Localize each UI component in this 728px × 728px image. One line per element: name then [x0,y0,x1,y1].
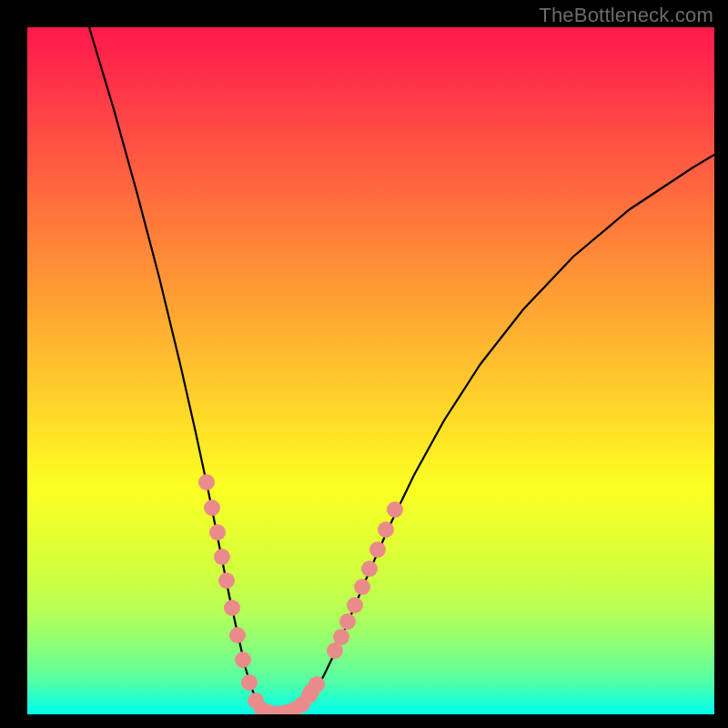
data-point [214,549,230,565]
data-point [198,474,215,490]
data-point [235,652,251,668]
chart-frame: TheBottleneck.com [0,0,728,728]
data-point [369,541,386,558]
data-point [241,674,258,691]
data-point [361,561,378,577]
data-point [378,521,394,538]
plot-area [27,27,714,714]
data-point [308,676,325,693]
data-point [387,501,403,518]
watermark-text: TheBottleneck.com [539,4,713,27]
data-point [224,600,240,616]
data-point [229,627,246,643]
data-point [347,597,363,613]
data-point [204,500,220,516]
data-point [209,524,226,541]
data-point [339,613,356,630]
bottleneck-curve [89,27,714,714]
data-point [333,629,349,645]
chart-svg [27,27,714,714]
data-point [354,579,370,595]
data-point [218,572,235,589]
